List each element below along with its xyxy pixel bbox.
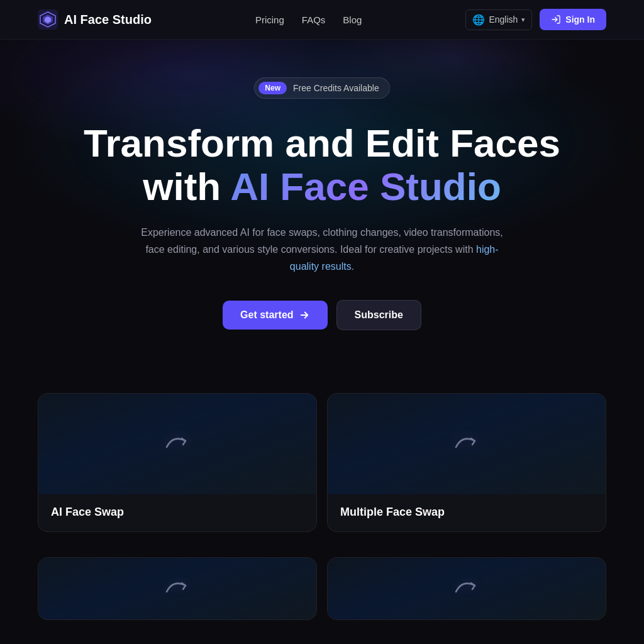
header-right: 🌐 English ▾ Sign In	[465, 9, 606, 30]
get-started-button[interactable]: Get started	[223, 301, 327, 330]
swap-arrow-icon	[162, 428, 193, 460]
language-selector[interactable]: 🌐 English ▾	[465, 9, 532, 30]
swap-arrow-icon-2	[451, 428, 482, 460]
new-pill: New	[258, 82, 287, 94]
feature-card-multiple-face-swap[interactable]: Multiple Face Swap	[327, 393, 606, 532]
swap-arrow-icon-4	[451, 573, 482, 604]
hero-section: New Free Credits Available Transform and…	[0, 40, 644, 380]
nav-faqs[interactable]: FAQs	[302, 14, 326, 25]
feature-card-3[interactable]	[38, 557, 317, 620]
header: AI Face Studio Pricing FAQs Blog 🌐 Engli…	[0, 0, 644, 40]
hero-title-line2-plain: with	[143, 165, 230, 208]
hero-description: Experience advanced AI for face swaps, c…	[140, 224, 504, 275]
feature-card-4[interactable]	[327, 557, 606, 620]
card-image-multiple-face-swap	[328, 394, 606, 494]
bottom-cards	[0, 557, 644, 633]
logo-text: AI Face Studio	[64, 13, 152, 27]
nav-blog[interactable]: Blog	[343, 14, 362, 25]
hero-buttons: Get started Subscribe	[223, 300, 421, 330]
language-flag-icon: 🌐	[472, 14, 485, 26]
language-label: English	[489, 14, 518, 25]
sign-in-label: Sign In	[565, 14, 595, 25]
arrow-right-icon	[299, 309, 310, 321]
swap-arrow-icon-3	[162, 573, 193, 604]
nav: Pricing FAQs Blog	[255, 14, 362, 25]
feature-cards: AI Face Swap Multiple Face Swap	[0, 380, 644, 557]
hero-title: Transform and Edit Faces with AI Face St…	[84, 121, 560, 209]
sign-in-icon	[551, 14, 561, 25]
card-image-3	[38, 558, 316, 619]
subscribe-button[interactable]: Subscribe	[336, 300, 421, 330]
nav-pricing[interactable]: Pricing	[255, 14, 284, 25]
get-started-label: Get started	[240, 309, 293, 321]
card-image-ai-face-swap	[38, 394, 316, 494]
sign-in-button[interactable]: Sign In	[540, 9, 606, 30]
new-badge-text: Free Credits Available	[293, 83, 379, 93]
hero-title-line1: Transform and Edit Faces	[84, 121, 560, 165]
hero-title-line2-colored: AI Face Studio	[230, 165, 501, 208]
subscribe-label: Subscribe	[355, 309, 403, 320]
new-badge: New Free Credits Available	[254, 77, 389, 99]
card-label-ai-face-swap: AI Face Swap	[38, 494, 316, 531]
logo[interactable]: AI Face Studio	[38, 9, 152, 30]
logo-icon	[38, 9, 58, 30]
chevron-down-icon: ▾	[521, 16, 525, 24]
card-label-multiple-face-swap: Multiple Face Swap	[328, 494, 606, 531]
feature-card-ai-face-swap[interactable]: AI Face Swap	[38, 393, 317, 532]
hero-description-text: Experience advanced AI for face swaps, c…	[141, 227, 502, 255]
card-image-4	[328, 558, 606, 619]
